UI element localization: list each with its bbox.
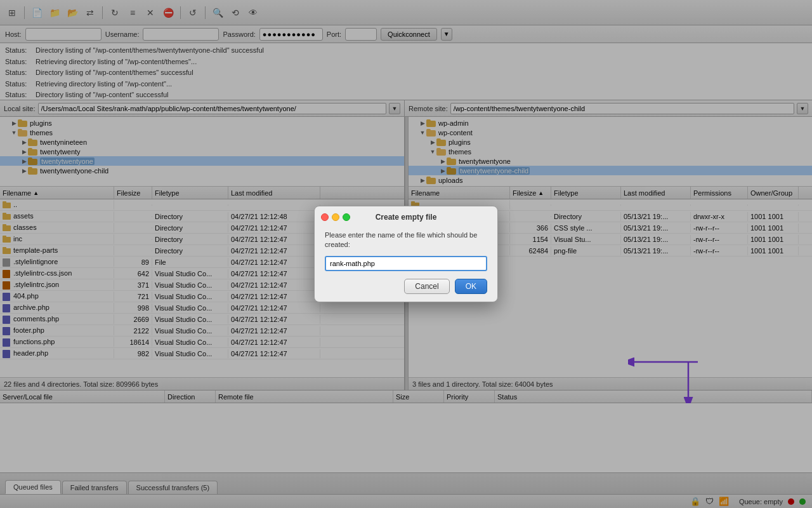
modal-filename-input[interactable]: [325, 256, 487, 271]
create-file-modal: Create empty file Please enter the name …: [314, 206, 498, 303]
modal-title: Create empty file: [376, 213, 437, 222]
arrow-annotation: [628, 352, 704, 403]
modal-body: Please enter the name of the file which …: [315, 225, 497, 302]
modal-ok-button[interactable]: OK: [455, 279, 487, 294]
traffic-lights: [321, 213, 350, 221]
modal-close-button[interactable]: [321, 213, 329, 221]
modal-minimize-button[interactable]: [332, 213, 339, 221]
modal-titlebar: Create empty file: [315, 206, 497, 225]
modal-maximize-button[interactable]: [343, 213, 350, 221]
modal-message: Please enter the name of the file which …: [325, 231, 487, 250]
modal-overlay: Create empty file Please enter the name …: [0, 0, 812, 508]
modal-buttons: Cancel OK: [325, 279, 487, 294]
modal-cancel-button[interactable]: Cancel: [404, 279, 449, 294]
